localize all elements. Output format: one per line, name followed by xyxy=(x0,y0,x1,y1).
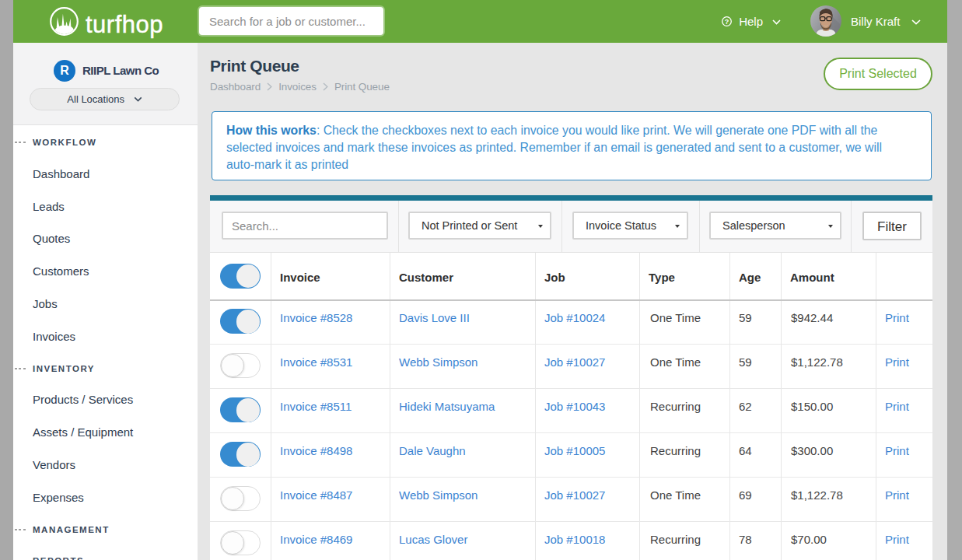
svg-text:?: ? xyxy=(725,18,729,26)
